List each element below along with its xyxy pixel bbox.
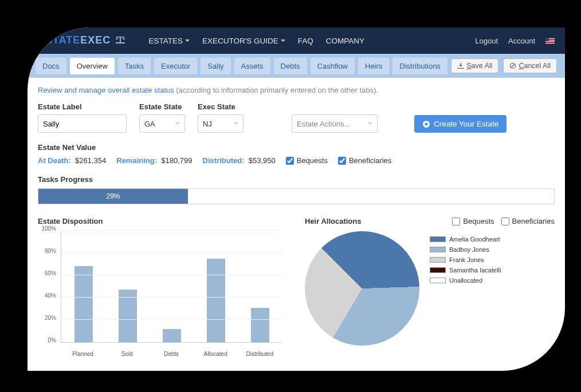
tab-tasks[interactable]: Tasks	[118, 58, 151, 74]
disposition-chart: Estate Disposition 0%20%40%60%80%100% Pl…	[38, 217, 288, 357]
main-nav: ESTATES EXECUTOR'S GUIDE FAQ COMPANY	[148, 37, 364, 45]
heir-bequests-input[interactable]	[452, 217, 460, 225]
y-tick: 60%	[45, 270, 56, 276]
estate-state-select[interactable]: GA	[139, 114, 185, 133]
legend-item: Frank Jones	[430, 256, 501, 263]
heir-bequests-label: Bequests	[463, 217, 494, 225]
tasks-progress-title: Tasks Progress	[38, 175, 555, 184]
logout-link[interactable]: Logout	[475, 37, 498, 45]
caret-down-icon	[175, 122, 180, 125]
at-death-label: At Death:	[38, 156, 71, 165]
y-tick: 40%	[45, 292, 56, 299]
bar	[163, 329, 181, 342]
exec-state-label: Exec State	[198, 102, 244, 111]
legend-label: Frank Jones	[449, 256, 484, 263]
tab-heirs[interactable]: Heirs	[358, 58, 389, 74]
us-flag-icon[interactable]	[545, 38, 555, 44]
create-estate-label: Create Your Estate	[434, 120, 498, 128]
content: Review and manage overall estate status …	[28, 78, 565, 371]
nav-faq[interactable]: FAQ	[298, 37, 313, 45]
remaining-label: Remaining:	[116, 156, 157, 165]
estate-actions-placeholder: Estate Actions...	[297, 120, 350, 128]
distributed-label: Distributed:	[203, 156, 245, 165]
bar-chart: 0%20%40%60%80%100% PlannedSoldDebtsAlloc…	[38, 231, 288, 357]
nav-company[interactable]: COMPANY	[326, 37, 364, 45]
heir-allocation-chart: Heir Allocations Bequests Beneficiaries …	[305, 217, 555, 357]
tab-debts[interactable]: Debts	[274, 58, 307, 74]
download-icon	[457, 62, 464, 69]
bar	[207, 259, 225, 342]
legend-label: Unallocated	[449, 277, 482, 284]
distributed-val: $53,950	[249, 156, 276, 165]
tab-sally[interactable]: Sally	[201, 58, 230, 74]
progress-fill: 29%	[38, 189, 188, 204]
svg-line-4	[511, 64, 515, 68]
beneficiaries-label: Beneficiaries	[349, 156, 391, 165]
net-values: At Death: $261,354 Remaining: $180,799 D…	[38, 156, 555, 165]
save-all-button[interactable]: Save All	[451, 58, 498, 73]
heir-beneficiaries-input[interactable]	[501, 217, 509, 225]
tab-cashflow[interactable]: Cashflow	[311, 58, 355, 74]
remaining-val: $180,799	[161, 156, 192, 165]
heir-beneficiaries-label: Beneficiaries	[512, 217, 555, 225]
beneficiaries-checkbox[interactable]: Beneficiaries	[338, 156, 391, 165]
y-tick: 80%	[45, 248, 56, 254]
legend-swatch	[430, 247, 446, 252]
legend-swatch	[430, 257, 446, 263]
nav-estates[interactable]: ESTATES	[148, 37, 190, 45]
legend-item: Amelia Goodheart	[430, 236, 501, 243]
estate-label-input[interactable]	[38, 114, 127, 133]
create-estate-button[interactable]: Create Your Estate	[414, 115, 507, 133]
caret-down-icon	[281, 39, 285, 42]
net-value-title: Estate Net Value	[38, 143, 555, 152]
legend-item: Badboy Jones	[430, 246, 501, 253]
save-underline: S	[466, 62, 471, 70]
caret-down-icon	[185, 39, 190, 42]
heir-alloc-title: Heir Allocations	[305, 217, 361, 225]
legend-swatch	[430, 278, 446, 283]
estate-label-label: Estate Label	[38, 102, 127, 111]
legend-item: Unallocated	[430, 277, 501, 284]
x-label: Allocated	[198, 351, 233, 357]
cancel-rest: ancel All	[524, 62, 551, 70]
heir-beneficiaries-checkbox[interactable]: Beneficiaries	[501, 217, 555, 225]
disposition-title: Estate Disposition	[38, 217, 103, 225]
account-link[interactable]: Account	[508, 37, 535, 45]
legend-swatch	[430, 267, 446, 273]
x-label: Distributed	[242, 351, 277, 357]
pie-legend: Amelia GoodheartBadboy JonesFrank JonesS…	[430, 236, 501, 284]
estate-actions-select[interactable]: Estate Actions...	[292, 114, 378, 133]
bequests-label: Bequests	[297, 156, 328, 165]
tab-distributions[interactable]: Distributions	[392, 58, 447, 74]
svg-rect-0	[116, 42, 125, 43]
intro-rest: (according to information primarily ente…	[174, 86, 378, 94]
header-right: Logout Account	[475, 37, 555, 45]
intro-link[interactable]: Review and manage overall estate status	[38, 86, 174, 94]
x-label: Planned	[66, 351, 100, 357]
logo-part2: EXEC	[80, 34, 111, 46]
logo[interactable]: ESTATEEXEC	[38, 34, 125, 47]
header-bar: ESTATEEXEC ESTATES EXECUTOR'S GUIDE FAQ …	[28, 27, 565, 54]
tab-executor[interactable]: Executor	[154, 58, 197, 74]
heir-bequests-checkbox[interactable]: Bequests	[452, 217, 494, 225]
cancel-all-button[interactable]: Cancel All	[503, 58, 557, 73]
bar	[74, 266, 93, 342]
beneficiaries-check-input[interactable]	[338, 157, 346, 165]
x-label: Debts	[154, 351, 189, 357]
bequests-check-input[interactable]	[286, 157, 294, 165]
legend-label: Amelia Goodheart	[449, 236, 500, 243]
legend-item: Samantha Iacatelli	[430, 267, 501, 274]
nav-guide[interactable]: EXECUTOR'S GUIDE	[202, 37, 285, 45]
tab-docs[interactable]: Docs	[36, 58, 66, 74]
bequests-checkbox[interactable]: Bequests	[286, 156, 328, 165]
charts-row: Estate Disposition 0%20%40%60%80%100% Pl…	[38, 217, 555, 357]
tab-assets[interactable]: Assets	[234, 58, 270, 74]
intro-text: Review and manage overall estate status …	[38, 86, 555, 94]
tab-overview[interactable]: Overview	[70, 58, 115, 74]
nav-estates-label: ESTATES	[148, 37, 183, 45]
cancel-icon	[509, 62, 516, 69]
exec-state-select[interactable]: NJ	[198, 114, 244, 133]
at-death-val: $261,354	[75, 156, 106, 165]
y-tick: 20%	[45, 315, 56, 321]
field-exec-state: Exec State NJ	[198, 102, 244, 133]
